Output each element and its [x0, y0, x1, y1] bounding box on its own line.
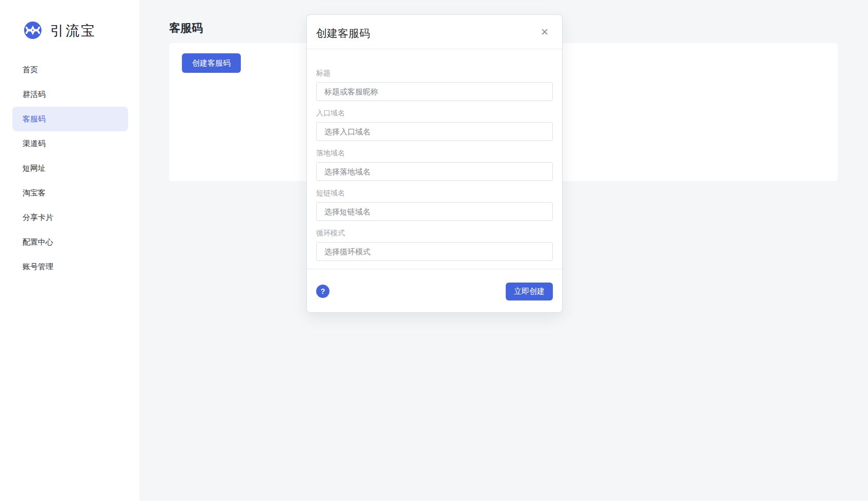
sidebar-item-label: 群活码 — [23, 90, 46, 99]
modal-header: 创建客服码 ✕ — [307, 15, 562, 49]
sidebar-item-label: 渠道码 — [23, 139, 46, 149]
shortlink-domain-field: 短链域名 — [316, 189, 553, 221]
shortlink-domain-select[interactable] — [316, 202, 553, 221]
app-name: 引流宝 — [50, 22, 96, 40]
sidebar-item-config-center[interactable]: 配置中心 — [12, 230, 128, 254]
create-service-code-modal: 创建客服码 ✕ 标题 入口域名 落地域名 短链域名 循环模式 ? 立即创建 — [306, 14, 563, 313]
entry-domain-field: 入口域名 — [316, 109, 553, 141]
sidebar: 引流宝 首页 群活码 客服码 渠道码 短网址 淘宝客 分享卡片 配置中心 账号管… — [0, 0, 139, 501]
sidebar-item-account-management[interactable]: 账号管理 — [12, 254, 128, 279]
loop-mode-field-label: 循环模式 — [316, 229, 553, 238]
app-logo-icon — [23, 21, 43, 41]
modal-body: 标题 入口域名 落地域名 短链域名 循环模式 — [307, 49, 562, 269]
title-field-label: 标题 — [316, 69, 553, 78]
landing-domain-field-label: 落地域名 — [316, 149, 553, 158]
create-now-button[interactable]: 立即创建 — [506, 283, 553, 300]
sidebar-item-home[interactable]: 首页 — [12, 57, 128, 82]
modal-footer: ? 立即创建 — [307, 269, 562, 313]
page-title: 客服码 — [169, 21, 203, 36]
landing-domain-field: 落地域名 — [316, 149, 553, 181]
sidebar-item-label: 配置中心 — [23, 237, 53, 247]
loop-mode-field: 循环模式 — [316, 229, 553, 261]
close-icon[interactable]: ✕ — [538, 25, 552, 39]
entry-domain-select[interactable] — [316, 122, 553, 141]
sidebar-item-short-url[interactable]: 短网址 — [12, 156, 128, 181]
sidebar-item-label: 淘宝客 — [23, 188, 46, 198]
landing-domain-select[interactable] — [316, 162, 553, 181]
sidebar-item-taobao-ke[interactable]: 淘宝客 — [12, 181, 128, 205]
modal-title: 创建客服码 — [316, 23, 370, 41]
sidebar-item-service-code[interactable]: 客服码 — [12, 107, 128, 131]
create-service-code-button[interactable]: 创建客服码 — [182, 53, 241, 73]
sidebar-item-label: 客服码 — [23, 114, 46, 124]
title-field: 标题 — [316, 69, 553, 101]
sidebar-item-label: 账号管理 — [23, 262, 53, 272]
entry-domain-field-label: 入口域名 — [316, 109, 553, 118]
sidebar-item-label: 分享卡片 — [23, 213, 53, 223]
app-logo: 引流宝 — [23, 21, 96, 41]
sidebar-item-label: 短网址 — [23, 164, 46, 173]
sidebar-item-group-code[interactable]: 群活码 — [12, 82, 128, 107]
sidebar-item-share-card[interactable]: 分享卡片 — [12, 205, 128, 230]
sidebar-item-label: 首页 — [23, 65, 38, 75]
question-icon: ? — [321, 287, 325, 295]
title-input[interactable] — [316, 82, 553, 101]
help-button[interactable]: ? — [316, 285, 329, 298]
shortlink-domain-field-label: 短链域名 — [316, 189, 553, 198]
sidebar-item-channel-code[interactable]: 渠道码 — [12, 131, 128, 156]
sidebar-nav: 首页 群活码 客服码 渠道码 短网址 淘宝客 分享卡片 配置中心 账号管理 — [0, 57, 139, 279]
loop-mode-select[interactable] — [316, 242, 553, 261]
